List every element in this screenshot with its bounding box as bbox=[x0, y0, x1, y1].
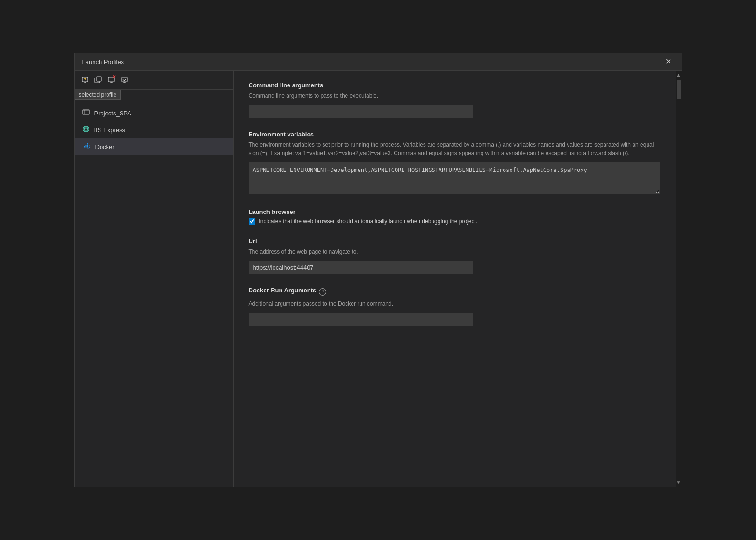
add-profile-button[interactable] bbox=[79, 74, 91, 85]
launch-browser-checkbox-row: Indicates that the web browser should au… bbox=[249, 218, 661, 225]
title-bar: Launch Profiles ✕ bbox=[75, 53, 682, 71]
delete-x-icon: ✕ bbox=[112, 75, 116, 79]
launch-browser-checkbox[interactable] bbox=[249, 218, 255, 225]
sidebar-toolbar: ✕ bbox=[75, 71, 233, 90]
svg-rect-6 bbox=[97, 77, 101, 81]
environment-variables-title: Environment variables bbox=[249, 131, 661, 138]
launch-browser-desc: Indicates that the web browser should au… bbox=[259, 218, 478, 225]
section-launch-browser: Launch browser Indicates that the web br… bbox=[249, 208, 661, 225]
launch-browser-title: Launch browser bbox=[249, 208, 661, 215]
docker-run-args-desc: Additional arguments passed to the Docke… bbox=[249, 299, 661, 308]
svg-point-27 bbox=[89, 145, 89, 146]
url-input[interactable] bbox=[249, 261, 473, 274]
section-command-line-args: Command line arguments Command line argu… bbox=[249, 82, 661, 118]
docker-run-args-title-row: Docker Run Arguments ? bbox=[249, 287, 661, 297]
profile-item-projects-spa[interactable]: Projects_SPA bbox=[75, 105, 233, 121]
section-url: Url The address of the web page to navig… bbox=[249, 238, 661, 274]
profile-name-iis-express: IIS Express bbox=[94, 127, 125, 134]
svg-rect-25 bbox=[87, 145, 88, 146]
docker-run-args-help-icon[interactable]: ? bbox=[319, 288, 326, 296]
command-line-args-input[interactable] bbox=[249, 105, 473, 118]
move-profile-button[interactable] bbox=[119, 74, 130, 85]
url-title: Url bbox=[249, 238, 661, 245]
iis-express-icon bbox=[82, 125, 90, 135]
dialog-title: Launch Profiles bbox=[82, 58, 124, 65]
main-scroll-area[interactable]: Command line arguments Command line argu… bbox=[234, 71, 676, 487]
launch-profiles-dialog: Launch Profiles ✕ bbox=[74, 53, 682, 487]
scroll-thumb[interactable] bbox=[677, 80, 681, 99]
profile-name-docker: Docker bbox=[95, 143, 115, 150]
profile-name-projects-spa: Projects_SPA bbox=[94, 110, 131, 117]
section-environment-variables: Environment variables The environment va… bbox=[249, 131, 661, 195]
environment-variables-desc: The environment variables to set prior t… bbox=[249, 141, 661, 157]
svg-rect-22 bbox=[85, 146, 86, 148]
docker-run-args-title: Docker Run Arguments bbox=[249, 287, 317, 294]
sidebar: ✕ selected profile bbox=[75, 71, 234, 487]
svg-rect-24 bbox=[85, 145, 86, 146]
docker-run-args-input[interactable] bbox=[249, 313, 473, 326]
command-line-args-desc: Command line arguments to pass to the ex… bbox=[249, 92, 661, 100]
svg-rect-13 bbox=[83, 110, 89, 114]
svg-rect-21 bbox=[84, 146, 85, 148]
section-docker-run-args: Docker Run Arguments ? Additional argume… bbox=[249, 287, 661, 326]
environment-variables-input[interactable]: ASPNETCORE_ENVIRONMENT=Development,ASPNE… bbox=[249, 162, 660, 194]
command-line-args-title: Command line arguments bbox=[249, 82, 661, 89]
profile-list: Projects_SPA IIS Express bbox=[75, 103, 233, 487]
main-content: Command line arguments Command line argu… bbox=[234, 71, 676, 487]
url-desc: The address of the web page to navigate … bbox=[249, 248, 661, 256]
profile-item-docker[interactable]: Docker bbox=[75, 138, 233, 155]
scroll-up-arrow[interactable]: ▲ bbox=[676, 71, 682, 78]
svg-rect-26 bbox=[87, 143, 88, 145]
selected-profile-tooltip: selected profile bbox=[75, 90, 121, 100]
scroll-down-arrow[interactable]: ▼ bbox=[676, 479, 682, 486]
close-button[interactable]: ✕ bbox=[662, 57, 674, 66]
svg-rect-23 bbox=[87, 146, 88, 148]
docker-icon bbox=[83, 142, 91, 151]
delete-profile-button[interactable]: ✕ bbox=[106, 74, 117, 85]
right-scrollbar[interactable]: ▲ ▼ bbox=[676, 71, 682, 487]
copy-profile-button[interactable] bbox=[93, 74, 104, 85]
profile-item-iis-express[interactable]: IIS Express bbox=[75, 121, 233, 138]
dialog-content: ✕ selected profile bbox=[75, 71, 682, 487]
projects-spa-icon bbox=[82, 108, 90, 118]
